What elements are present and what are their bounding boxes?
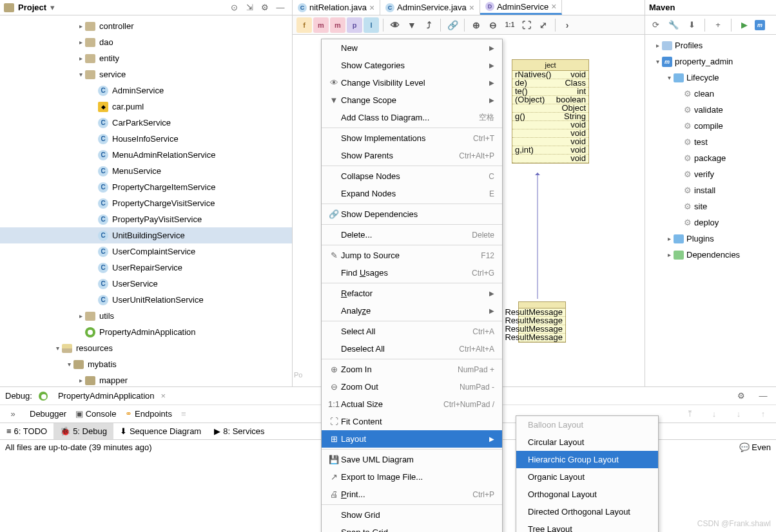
menu-item[interactable]: Collapse NodesC	[322, 167, 502, 185]
gear-icon[interactable]: ⚙	[735, 390, 748, 403]
scope-icon[interactable]: ⤴	[421, 17, 436, 33]
submenu-item[interactable]: Tree Layout	[516, 520, 658, 532]
menu-item[interactable]: ↗Export to Image File...	[322, 468, 502, 486]
tool-window-tab[interactable]: ≡6: TODO	[0, 423, 53, 439]
maven-goal[interactable]: ⚙deploy	[645, 214, 776, 231]
layout-icon[interactable]: ⤢	[536, 17, 551, 33]
tree-item[interactable]: ◆car.puml	[0, 99, 292, 115]
tree-item[interactable]: CPropertyChargeItemService	[0, 179, 292, 195]
tool-window-tab[interactable]: ⬇Sequence Diagram	[113, 423, 208, 439]
more-icon[interactable]: ›	[559, 17, 575, 33]
target-icon[interactable]: ⊙	[228, 1, 240, 14]
step-icon[interactable]: ⤒	[683, 408, 696, 421]
tree-item-utils[interactable]: ▸utils	[0, 308, 292, 324]
tree-item-resources[interactable]: ▾resources	[0, 340, 292, 356]
close-icon[interactable]: ×	[161, 391, 166, 401]
expand-icon[interactable]: »	[6, 408, 19, 421]
maven-plugins[interactable]: ▸Plugins	[645, 231, 776, 247]
menu-item[interactable]: ⛶Fit Content	[322, 413, 502, 430]
menu-item[interactable]: 🔗Show Dependencies	[322, 205, 502, 223]
filter-p-button[interactable]: p	[347, 17, 362, 33]
event-log[interactable]: 💬 Even	[739, 442, 771, 452]
menu-item[interactable]: Add Class to Diagram...空格	[322, 109, 502, 126]
tab-endpoints[interactable]: ⚭ Endpoints	[125, 409, 171, 419]
tree-item-app[interactable]: PropertyAdminApplication	[0, 324, 292, 340]
tree-item-dao[interactable]: ▸dao	[0, 34, 292, 50]
step-icon[interactable]: ↑	[757, 408, 770, 421]
reload-icon[interactable]: ⟳	[649, 19, 662, 32]
generate-icon[interactable]: 🔧	[667, 19, 680, 32]
maven-lifecycle[interactable]: ▾Lifecycle	[645, 70, 776, 86]
menu-item[interactable]: ✎Jump to SourceF12	[322, 247, 502, 264]
step-icon[interactable]: ↓	[732, 408, 745, 421]
submenu-item[interactable]: Orthogonal Layout	[516, 486, 658, 503]
maven-m-icon[interactable]: m	[755, 20, 765, 30]
menu-item[interactable]: Show Grid	[322, 506, 502, 524]
maven-profiles[interactable]: ▸Profiles	[645, 37, 776, 53]
maven-goal[interactable]: ⚙validate	[645, 102, 776, 118]
debug-config[interactable]: PropertyAdminApplication	[58, 391, 155, 401]
step-icon[interactable]: ↓	[708, 408, 721, 421]
submenu-item[interactable]: Hierarchic Group Layout	[516, 451, 658, 468]
maven-goal[interactable]: ⚙verify	[645, 166, 776, 182]
zoom-out-icon[interactable]: ⊖	[485, 17, 501, 33]
fit-icon[interactable]: ⛶	[519, 17, 534, 33]
tree-item-controller[interactable]: ▸controller	[0, 18, 292, 34]
menu-item[interactable]: 🖨Print...Ctrl+P	[322, 486, 502, 503]
submenu-item[interactable]: Organic Layout	[516, 468, 658, 486]
maven-root[interactable]: ▾mproperty_admin	[645, 53, 776, 70]
tree-item-mybatis[interactable]: ▾mybatis	[0, 356, 292, 372]
tree-item[interactable]: CUserService	[0, 276, 292, 292]
menu-item[interactable]: 💾Save UML Diagram	[322, 451, 502, 468]
menu-item[interactable]: ⊖Zoom OutNumPad -	[322, 378, 502, 395]
menu-item[interactable]: New▶	[322, 39, 502, 57]
tree-item[interactable]: CAdminService	[0, 82, 292, 99]
editor-tab[interactable]: DAdminService×	[480, 0, 562, 15]
tree-item[interactable]: CHouseInfoService	[0, 131, 292, 147]
submenu-item[interactable]: Directed Orthogonal Layout	[516, 503, 658, 520]
uml-class-box-2[interactable]: ResultMessageResultMessageResultMessageR…	[518, 301, 566, 343]
filter-f-button[interactable]: f	[296, 17, 312, 33]
context-menu[interactable]: New▶Show Categories▶👁Change Visibility L…	[321, 39, 503, 532]
project-tree[interactable]: ▸controller ▸dao ▸entity ▾service CAdmin…	[0, 15, 292, 386]
tree-item-mapper[interactable]: ▸mapper	[0, 372, 292, 386]
visibility-icon[interactable]: 👁	[387, 17, 403, 33]
tree-item[interactable]: CMenuService	[0, 163, 292, 179]
menu-item[interactable]: Snap to Grid	[322, 524, 502, 532]
menu-item[interactable]: Expand NodesE	[322, 185, 502, 202]
actual-size-icon[interactable]: 1:1	[502, 17, 518, 33]
menu-item[interactable]: Find UsagesCtrl+G	[322, 264, 502, 281]
tree-item[interactable]: CPropertyChargeVisitService	[0, 195, 292, 211]
menu-item[interactable]: Show ImplementationsCtrl+T	[322, 129, 502, 147]
maven-goal[interactable]: ⚙site	[645, 198, 776, 214]
submenu-item[interactable]: Circular Layout	[516, 433, 658, 451]
minimize-icon[interactable]: —	[757, 390, 770, 403]
editor-tab[interactable]: CAdminService.java×	[380, 0, 480, 15]
uml-class-box[interactable]: ject rNatives()voidde)Classte()int(Objec…	[512, 59, 589, 164]
close-icon[interactable]: ×	[551, 1, 556, 12]
tree-item[interactable]: CUserRepairService	[0, 260, 292, 276]
collapse-icon[interactable]: ⇲	[243, 1, 256, 14]
maven-tree[interactable]: ▸Profiles ▾mproperty_admin ▾Lifecycle ⚙c…	[645, 35, 776, 386]
maven-goal[interactable]: ⚙package	[645, 150, 776, 166]
menu-item[interactable]: Deselect AllCtrl+Alt+A	[322, 340, 502, 357]
add-icon[interactable]: +	[712, 19, 724, 32]
menu-item[interactable]: Show Categories▶	[322, 57, 502, 74]
tree-item[interactable]: CUserUnitRelationService	[0, 292, 292, 308]
zoom-in-icon[interactable]: ⊕	[469, 17, 484, 33]
tree-item[interactable]: CUserComplaintService	[0, 243, 292, 260]
menu-item[interactable]: Analyze▶	[322, 302, 502, 319]
menu-item[interactable]: Show ParentsCtrl+Alt+P	[322, 147, 502, 164]
tree-item-service[interactable]: ▾service	[0, 66, 292, 82]
dropdown-icon[interactable]: ▾	[50, 3, 55, 12]
link-icon[interactable]: 🔗	[445, 17, 460, 33]
menu-item[interactable]: ⊞Layout▶	[322, 430, 502, 448]
filter-m2-button[interactable]: m	[330, 17, 345, 33]
editor-tab[interactable]: CnitRelation.java×	[293, 0, 380, 15]
tool-window-tab[interactable]: ▶8: Services	[208, 423, 271, 439]
maven-goal[interactable]: ⚙test	[645, 134, 776, 150]
menu-item[interactable]: 👁Change Visibility Level▶	[322, 74, 502, 91]
menu-item[interactable]: 1:1Actual SizeCtrl+NumPad /	[322, 395, 502, 413]
tree-item[interactable]: CMenuAdminRelationService	[0, 147, 292, 163]
maven-dependencies[interactable]: ▸Dependencies	[645, 247, 776, 263]
